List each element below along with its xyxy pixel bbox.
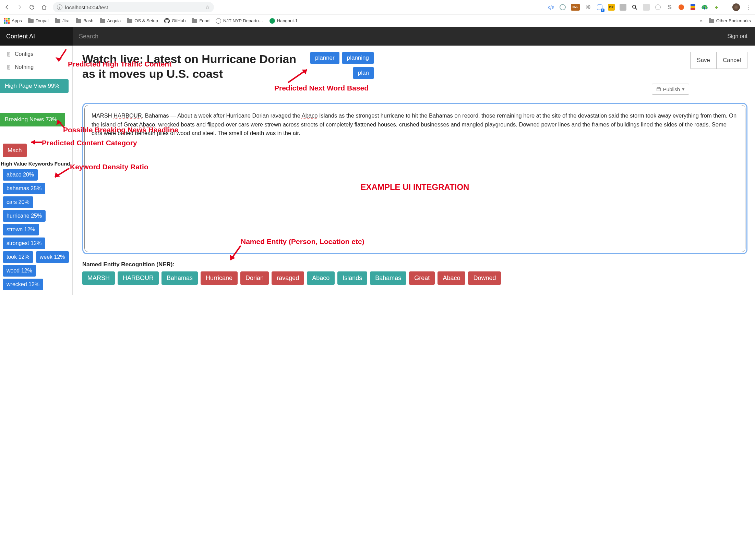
ner-chip: Abaco [307,271,335,285]
bookmark-apps[interactable]: Apps [4,18,22,24]
ner-chip: Great [409,271,435,285]
chrome-toolbar: i localhost:5004/test ☆ cjs XML ❋ 2 DP S… [0,0,755,14]
ner-chip: Downed [468,271,501,285]
bookmark-os-setup[interactable]: OS & Setup [127,18,158,23]
profile-avatar[interactable] [732,3,740,11]
ext-stripe-icon[interactable] [690,4,696,11]
ext-gray1-icon[interactable] [620,4,626,11]
ext-xml-icon[interactable]: XML [571,4,580,11]
keywords-list: abaco 20% bahamas 25% cars 20% hurricane… [0,168,72,291]
ner-chip: MARSH [82,271,115,285]
ner-chip: Islands [337,271,367,285]
globe-icon [216,18,221,24]
document-icon [6,52,11,57]
ner-section-title: Named Entity Recognition (NER): [82,261,747,268]
save-button[interactable]: Save [691,52,716,69]
toolbar-separator [726,3,726,11]
app-brand: Content AI [0,27,73,46]
action-button-group: Save Cancel [690,52,747,69]
ext-phone-icon[interactable]: 2 [596,4,603,11]
ner-chip-list: MARSH HARBOUR Bahamas Hurricane Dorian r… [82,271,747,285]
calendar-icon [656,87,661,92]
sidebar: Configs Nothing High Page View 99% Break… [0,46,73,295]
keyword-chip: bahamas 25% [3,183,45,194]
keyword-chip: strewn 12% [3,224,39,235]
folder-icon [28,19,34,23]
keyword-chip: wrecked 12% [3,279,43,290]
ner-chip: Bahamas [161,271,198,285]
forward-button[interactable] [16,3,23,11]
bookmark-star-icon[interactable]: ☆ [205,4,210,10]
ner-chip: ravaged [272,271,304,285]
page-title: Watch live: Latest on Hurricane Dorian a… [82,52,302,81]
editor-textarea[interactable]: MARSH HARBOUR, Bahamas — About a week af… [84,105,745,252]
apps-grid-icon [4,18,10,24]
ext-nbc-icon[interactable]: 🦚 [701,4,708,11]
ner-chip: HARBOUR [118,271,159,285]
breaking-news-pill: Breaking News 73% [0,113,65,126]
keyword-chip: week 12% [36,251,69,263]
folder-icon [709,19,714,23]
bookmark-overflow-icon[interactable]: » [700,18,703,24]
search-input[interactable] [79,33,720,40]
bookmark-hangout[interactable]: Hangout-1 [269,18,298,24]
bookmarks-bar: Apps Drupal Jira Bash Acquia OS & Setup … [0,14,755,27]
search-container [73,33,720,40]
back-button[interactable] [3,3,11,11]
suggestion-chip[interactable]: plan [353,67,374,79]
keywords-section-title: High Value Keywords Found [0,159,72,168]
document-icon [6,65,11,70]
ner-chip: Abaco [438,271,465,285]
keyword-chip: wood 12% [3,265,36,277]
annotation-example-label: EXAMPLE UI INTEGRATION [361,181,469,193]
bookmark-other[interactable]: Other Bookmarks [709,18,751,23]
bookmark-njt[interactable]: NJT NYP Departu… [216,18,263,24]
bookmark-github[interactable]: GitHub [164,18,185,24]
home-button[interactable] [40,3,48,11]
main-content: Watch live: Latest on Hurricane Dorian a… [73,46,755,295]
chevron-down-icon: ▾ [682,86,685,92]
ner-chip: Hurricane [201,271,238,285]
signout-link[interactable]: Sign out [720,33,755,39]
url-text: localhost:5004/test [65,4,108,10]
search-icon[interactable] [631,4,638,11]
cancel-button[interactable]: Cancel [716,52,747,69]
keyword-chip: cars 20% [3,196,33,208]
ext-orange-icon[interactable] [678,4,685,11]
ext-circle-icon[interactable] [655,4,661,11]
bookmark-food[interactable]: Food [192,18,209,23]
ext-green-icon[interactable]: ◆ [713,4,720,11]
reload-button[interactable] [28,3,36,11]
address-bar[interactable]: i localhost:5004/test ☆ [53,2,214,12]
category-pill: Mach [3,144,27,157]
bookmark-jira[interactable]: Jira [55,18,70,23]
publish-button[interactable]: Publish ▾ [652,84,689,95]
bookmark-acquia[interactable]: Acquia [100,18,121,23]
ext-gear-icon[interactable]: ❋ [585,4,591,11]
ext-moon-icon[interactable] [559,4,566,11]
editor-frame: MARSH HARBOUR, Bahamas — About a week af… [82,103,747,254]
folder-icon [100,19,105,23]
svg-point-0 [633,5,636,8]
high-page-view-pill: High Page View 99% [0,79,69,93]
app-topbar: Content AI Sign out [0,27,755,46]
ext-cjs-icon[interactable]: cjs [548,4,554,11]
folder-icon [127,19,132,23]
suggestion-chip[interactable]: planning [342,52,374,64]
svg-line-1 [635,8,637,10]
github-icon [164,18,170,24]
chrome-menu-icon[interactable]: ⋮ [745,4,752,11]
sidebar-link-configs[interactable]: Configs [0,48,72,61]
sidebar-link-nothing[interactable]: Nothing [0,61,72,74]
keyword-chip: abaco 20% [3,169,38,181]
bookmark-bash[interactable]: Bash [76,18,94,23]
suggestion-chip[interactable]: planner [310,52,339,64]
bookmark-drupal[interactable]: Drupal [28,18,49,23]
hangout-icon [269,18,275,24]
ext-skype-icon[interactable]: S [666,4,673,11]
ext-gray2-icon[interactable] [643,4,650,11]
ner-chip: Dorian [240,271,269,285]
folder-icon [76,19,81,23]
site-info-icon[interactable]: i [57,4,62,10]
ext-dp-icon[interactable]: DP [608,4,615,11]
